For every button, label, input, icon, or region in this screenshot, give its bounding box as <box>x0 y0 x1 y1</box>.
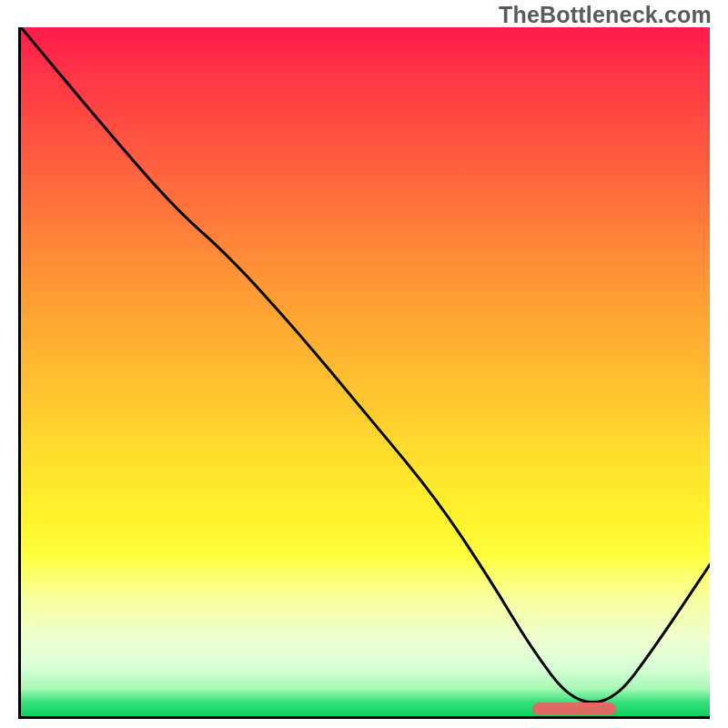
bottleneck-curve <box>21 27 710 716</box>
optimal-range-marker <box>532 703 615 715</box>
chart-root: TheBottleneck.com <box>0 0 728 728</box>
watermark-text: TheBottleneck.com <box>499 2 712 28</box>
plot-area <box>18 27 710 719</box>
curve-path <box>21 27 710 703</box>
